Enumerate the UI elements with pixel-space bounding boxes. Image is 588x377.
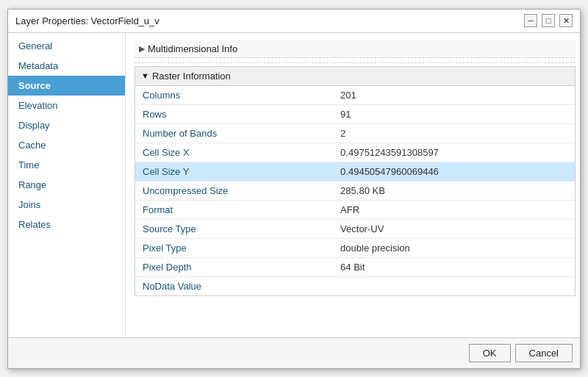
cancel-button[interactable]: Cancel [515, 344, 573, 362]
table-cell-value [333, 276, 575, 295]
sidebar: GeneralMetadataSourceElevationDisplayCac… [8, 33, 126, 337]
table-cell-label: Columns [135, 86, 333, 105]
table-cell-label: Number of Bands [135, 123, 333, 143]
sidebar-item-general[interactable]: General [8, 36, 125, 56]
sidebar-item-display[interactable]: Display [8, 115, 125, 135]
title-bar-buttons: ─ □ ✕ [524, 14, 573, 27]
sidebar-item-elevation[interactable]: Elevation [8, 96, 125, 115]
sidebar-item-time[interactable]: Time [8, 155, 125, 175]
table-cell-label: Cell Size X [135, 143, 333, 162]
table-cell-value: 285.80 KB [333, 181, 575, 200]
raster-arrow: ▼ [141, 71, 149, 80]
multidim-label: Multidimensional Info [148, 43, 237, 54]
multidim-arrow: ▶ [139, 44, 145, 54]
minimize-button[interactable]: ─ [524, 14, 537, 27]
table-row: Columns201 [135, 86, 575, 105]
table-row: NoData Value [135, 276, 575, 295]
table-cell-label: Pixel Type [135, 238, 333, 257]
table-row: Source TypeVector-UV [135, 219, 575, 238]
table-cell-label: Uncompressed Size [135, 181, 333, 200]
table-cell-value: 0.49450547960069446 [333, 162, 575, 181]
table-cell-value: 0.49751243591308597 [333, 143, 575, 162]
table-row: Cell Size X0.49751243591308597 [135, 143, 575, 162]
multidim-section: ▶ Multidimensional Info [135, 40, 576, 63]
sidebar-item-cache[interactable]: Cache [8, 135, 125, 155]
table-row: Rows91 [135, 104, 575, 123]
window-title: Layer Properties: VectorField_u_v [15, 15, 159, 26]
sidebar-item-range[interactable]: Range [8, 175, 125, 195]
table-cell-value: 64 Bit [333, 257, 575, 276]
close-button[interactable]: ✕ [559, 14, 573, 27]
restore-button[interactable]: □ [542, 14, 555, 27]
content-area: GeneralMetadataSourceElevationDisplayCac… [8, 33, 580, 337]
sidebar-item-metadata[interactable]: Metadata [8, 56, 125, 76]
footer: OK Cancel [8, 337, 580, 368]
table-row: Cell Size Y0.49450547960069446 [135, 162, 575, 181]
table-row: Pixel Depth64 Bit [135, 257, 575, 276]
table-cell-value: AFR [333, 200, 575, 219]
raster-section: ▼ Raster Information Columns201Rows91Num… [135, 66, 576, 296]
table-cell-value: Vector-UV [333, 219, 575, 238]
table-row: FormatAFR [135, 200, 575, 219]
table-cell-label: Format [135, 200, 333, 219]
table-cell-value: 201 [333, 86, 575, 105]
raster-label: Raster Information [152, 71, 231, 82]
main-scroll[interactable]: ▶ Multidimensional Info ▼ Raster Informa… [126, 33, 580, 337]
info-table: Columns201Rows91Number of Bands2Cell Siz… [135, 86, 575, 295]
sidebar-item-relates[interactable]: Relates [8, 215, 125, 234]
main-window: Layer Properties: VectorField_u_v ─ □ ✕ … [7, 9, 581, 369]
table-cell-label: Rows [135, 104, 333, 123]
table-cell-value: 91 [333, 104, 575, 123]
table-cell-label: NoData Value [135, 276, 333, 295]
main-panel: ▶ Multidimensional Info ▼ Raster Informa… [126, 33, 580, 337]
multidim-header[interactable]: ▶ Multidimensional Info [135, 40, 576, 58]
table-row: Uncompressed Size285.80 KB [135, 181, 575, 200]
ok-button[interactable]: OK [469, 344, 511, 362]
table-row: Number of Bands2 [135, 123, 575, 143]
title-bar: Layer Properties: VectorField_u_v ─ □ ✕ [8, 10, 580, 33]
table-row: Pixel Typedouble precision [135, 238, 575, 257]
sidebar-item-source[interactable]: Source [8, 76, 125, 96]
table-cell-label: Pixel Depth [135, 257, 333, 276]
raster-header[interactable]: ▼ Raster Information [135, 67, 575, 86]
table-cell-value: 2 [333, 123, 575, 143]
table-cell-label: Source Type [135, 219, 333, 238]
sidebar-item-joins[interactable]: Joins [8, 195, 125, 215]
table-cell-label: Cell Size Y [135, 162, 333, 181]
table-cell-value: double precision [333, 238, 575, 257]
